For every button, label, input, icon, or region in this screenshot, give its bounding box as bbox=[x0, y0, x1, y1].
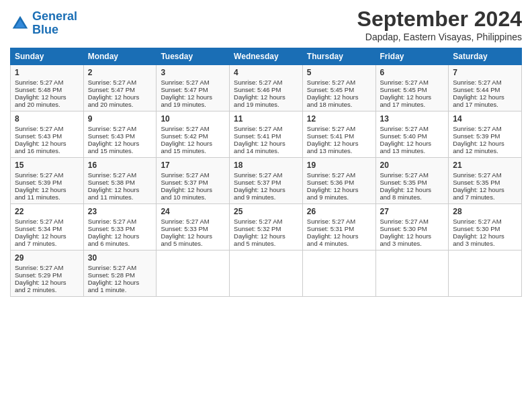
day-info: Sunset: 5:35 PM bbox=[380, 179, 445, 186]
day-info: and 11 minutes. bbox=[15, 193, 79, 201]
day-info: and 9 minutes. bbox=[234, 193, 298, 201]
calendar-cell: 21Sunrise: 5:27 AMSunset: 5:35 PMDayligh… bbox=[449, 158, 522, 204]
day-info: Daylight: 12 hours bbox=[380, 186, 445, 193]
day-info: Sunrise: 5:27 AM bbox=[380, 171, 445, 179]
day-info: Sunrise: 5:27 AM bbox=[88, 218, 152, 225]
day-info: Sunset: 5:47 PM bbox=[161, 86, 225, 93]
day-info: Daylight: 12 hours bbox=[453, 232, 517, 240]
day-number: 7 bbox=[453, 68, 517, 77]
day-info: Sunrise: 5:27 AM bbox=[307, 125, 371, 132]
day-info: Sunrise: 5:27 AM bbox=[453, 79, 517, 86]
calendar-week-1: 1Sunrise: 5:27 AMSunset: 5:48 PMDaylight… bbox=[11, 65, 522, 111]
day-number: 9 bbox=[88, 114, 152, 124]
day-number: 25 bbox=[234, 207, 298, 216]
day-info: Daylight: 12 hours bbox=[453, 186, 517, 193]
day-info: and 17 minutes. bbox=[453, 101, 517, 108]
day-info: and 1 minute. bbox=[88, 286, 152, 293]
day-info: and 16 minutes. bbox=[15, 147, 79, 154]
day-info: and 13 minutes. bbox=[307, 147, 371, 154]
col-monday: Monday bbox=[83, 48, 157, 65]
day-number: 22 bbox=[15, 207, 79, 216]
day-info: Sunrise: 5:27 AM bbox=[161, 79, 225, 86]
day-number: 27 bbox=[380, 207, 445, 216]
day-info: Sunrise: 5:27 AM bbox=[88, 264, 152, 271]
day-info: Sunrise: 5:27 AM bbox=[234, 79, 298, 86]
day-info: and 19 minutes. bbox=[234, 101, 298, 108]
day-info: Sunrise: 5:27 AM bbox=[88, 171, 152, 179]
location: Dapdap, Eastern Visayas, Philippines bbox=[357, 32, 522, 42]
page-container: General Blue September 2024 Dapdap, East… bbox=[0, 0, 532, 304]
day-info: Daylight: 12 hours bbox=[15, 232, 79, 240]
logo-general: General bbox=[32, 9, 77, 23]
calendar-cell: 9Sunrise: 5:27 AMSunset: 5:43 PMDaylight… bbox=[83, 111, 157, 158]
calendar-week-4: 22Sunrise: 5:27 AMSunset: 5:34 PMDayligh… bbox=[11, 204, 522, 250]
month-title: September 2024 bbox=[357, 7, 522, 32]
day-number: 4 bbox=[234, 68, 298, 77]
day-info: Sunset: 5:42 PM bbox=[161, 132, 225, 140]
day-info: and 18 minutes. bbox=[307, 101, 371, 108]
day-info: and 9 minutes. bbox=[307, 193, 371, 201]
logo-text: General Blue bbox=[32, 10, 77, 37]
day-number: 18 bbox=[234, 161, 298, 170]
day-info: and 17 minutes. bbox=[380, 101, 445, 108]
day-info: Daylight: 12 hours bbox=[88, 140, 152, 147]
day-number: 13 bbox=[380, 114, 445, 124]
calendar-cell: 30Sunrise: 5:27 AMSunset: 5:28 PMDayligh… bbox=[83, 250, 157, 297]
calendar-cell: 10Sunrise: 5:27 AMSunset: 5:42 PMDayligh… bbox=[157, 111, 230, 158]
logo-blue: Blue bbox=[32, 23, 58, 36]
day-number: 1 bbox=[15, 68, 79, 77]
day-number: 6 bbox=[380, 68, 445, 77]
header-row: Sunday Monday Tuesday Wednesday Thursday… bbox=[11, 48, 522, 65]
day-info: Daylight: 12 hours bbox=[88, 186, 152, 193]
day-info: Sunrise: 5:27 AM bbox=[88, 125, 152, 132]
day-info: Daylight: 12 hours bbox=[307, 232, 371, 240]
day-info: Sunrise: 5:27 AM bbox=[307, 171, 371, 179]
calendar-cell bbox=[157, 250, 230, 297]
col-saturday: Saturday bbox=[449, 48, 522, 65]
day-info: Sunset: 5:30 PM bbox=[380, 225, 445, 232]
day-info: Sunset: 5:30 PM bbox=[453, 225, 517, 232]
day-info: Daylight: 12 hours bbox=[234, 93, 298, 101]
day-number: 30 bbox=[88, 253, 152, 263]
calendar-cell bbox=[302, 250, 375, 297]
day-info: Sunset: 5:33 PM bbox=[88, 225, 152, 232]
day-info: Sunrise: 5:27 AM bbox=[15, 218, 79, 225]
day-info: Sunrise: 5:27 AM bbox=[15, 264, 79, 271]
day-info: and 5 minutes. bbox=[234, 240, 298, 247]
header: General Blue September 2024 Dapdap, East… bbox=[10, 7, 522, 42]
day-info: Daylight: 12 hours bbox=[453, 140, 517, 147]
day-info: Daylight: 12 hours bbox=[380, 140, 445, 147]
calendar-cell: 14Sunrise: 5:27 AMSunset: 5:39 PMDayligh… bbox=[449, 111, 522, 158]
day-info: Sunset: 5:28 PM bbox=[88, 271, 152, 279]
day-info: Sunset: 5:43 PM bbox=[15, 132, 79, 140]
day-number: 3 bbox=[161, 68, 225, 77]
day-number: 10 bbox=[161, 114, 225, 124]
logo: General Blue bbox=[10, 10, 77, 37]
day-info: Daylight: 12 hours bbox=[234, 232, 298, 240]
day-info: Sunset: 5:45 PM bbox=[307, 86, 371, 93]
day-info: Daylight: 12 hours bbox=[88, 93, 152, 101]
day-info: Sunset: 5:32 PM bbox=[234, 225, 298, 232]
day-info: and 11 minutes. bbox=[88, 193, 152, 201]
day-number: 11 bbox=[234, 114, 298, 124]
calendar-cell: 13Sunrise: 5:27 AMSunset: 5:40 PMDayligh… bbox=[375, 111, 449, 158]
day-info: Sunset: 5:31 PM bbox=[307, 225, 371, 232]
day-info: and 6 minutes. bbox=[88, 240, 152, 247]
title-area: September 2024 Dapdap, Eastern Visayas, … bbox=[357, 7, 522, 42]
day-info: and 14 minutes. bbox=[234, 147, 298, 154]
day-info: Sunset: 5:47 PM bbox=[88, 86, 152, 93]
calendar-cell: 29Sunrise: 5:27 AMSunset: 5:29 PMDayligh… bbox=[11, 250, 84, 297]
logo-icon bbox=[10, 13, 30, 34]
calendar-cell: 24Sunrise: 5:27 AMSunset: 5:33 PMDayligh… bbox=[157, 204, 230, 250]
day-info: Sunset: 5:41 PM bbox=[234, 132, 298, 140]
day-number: 21 bbox=[453, 161, 517, 170]
day-info: Daylight: 12 hours bbox=[307, 140, 371, 147]
calendar-cell: 2Sunrise: 5:27 AMSunset: 5:47 PMDaylight… bbox=[83, 65, 157, 111]
day-number: 26 bbox=[307, 207, 371, 216]
day-info: Sunset: 5:36 PM bbox=[307, 179, 371, 186]
day-info: Sunset: 5:41 PM bbox=[307, 132, 371, 140]
day-info: Daylight: 12 hours bbox=[161, 140, 225, 147]
day-info: Daylight: 12 hours bbox=[380, 232, 445, 240]
day-number: 15 bbox=[15, 161, 79, 170]
day-info: and 2 minutes. bbox=[15, 286, 79, 293]
